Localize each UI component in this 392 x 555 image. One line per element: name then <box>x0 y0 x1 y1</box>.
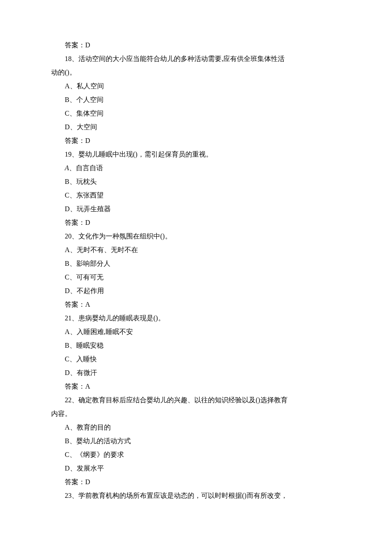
text-line: 内容。 <box>51 407 341 421</box>
document-page: 答案：D18、活动空间的大小应当能符合幼儿的多种活动需要,应有供全班集体性活动的… <box>0 0 392 555</box>
text-line: D、有微汗 <box>51 366 341 380</box>
text-line: 答案：D <box>51 38 341 52</box>
text-line: 19、婴幼儿睡眠中出现()，需引起保育员的重视。 <box>51 148 341 161</box>
text-line: 答案：D <box>51 216 341 230</box>
text-line: C、《纲要》的要求 <box>51 448 341 462</box>
text-line: A、入睡困难,睡眠不安 <box>51 325 341 339</box>
text-line: D、大空间 <box>51 120 341 134</box>
text-line: 动的()。 <box>51 66 341 79</box>
text-line: A、无时不有、无时不在 <box>51 243 341 257</box>
text-line: 答案：D <box>51 134 341 148</box>
text-line: C、东张西望 <box>51 189 341 202</box>
text-line: C、可有可无 <box>51 270 341 284</box>
text-line: 22、确定教育目标后应结合婴幼儿的兴趣、以往的知识经验以及()选择教育 <box>51 393 341 407</box>
text-line: 23、学前教育机构的场所布置应该是动态的，可以时时根据()而有所改变， <box>51 489 341 503</box>
text-line: A、私人空间 <box>51 79 341 93</box>
text-line: C、入睡快 <box>51 352 341 366</box>
text-line: B、睡眠安稳 <box>51 339 341 352</box>
text-line: B、影响部分人 <box>51 257 341 270</box>
text-line: 21、患病婴幼儿的睡眠表现是()。 <box>51 311 341 325</box>
text-line: B、玩枕头 <box>51 175 341 189</box>
text-line: 20、文化作为一种氛围在组织中()。 <box>51 230 341 243</box>
text-line: 答案：A <box>51 380 341 393</box>
text-line: D、发展水平 <box>51 462 341 475</box>
text-line: A、教育的目的 <box>51 421 341 434</box>
text-line: B、个人空间 <box>51 93 341 107</box>
text-line: B、婴幼儿的活动方式 <box>51 434 341 448</box>
text-line: 答案：A <box>51 298 341 311</box>
text-line: C、集体空间 <box>51 107 341 120</box>
text-line: A、自言自语 <box>51 161 341 175</box>
text-line: 18、活动空间的大小应当能符合幼儿的多种活动需要,应有供全班集体性活 <box>51 52 341 66</box>
option-letter-a: A <box>65 164 69 171</box>
text-line: D、玩弄生殖器 <box>51 202 341 216</box>
text-line: 答案：D <box>51 475 341 489</box>
text-line: D、不起作用 <box>51 284 341 298</box>
